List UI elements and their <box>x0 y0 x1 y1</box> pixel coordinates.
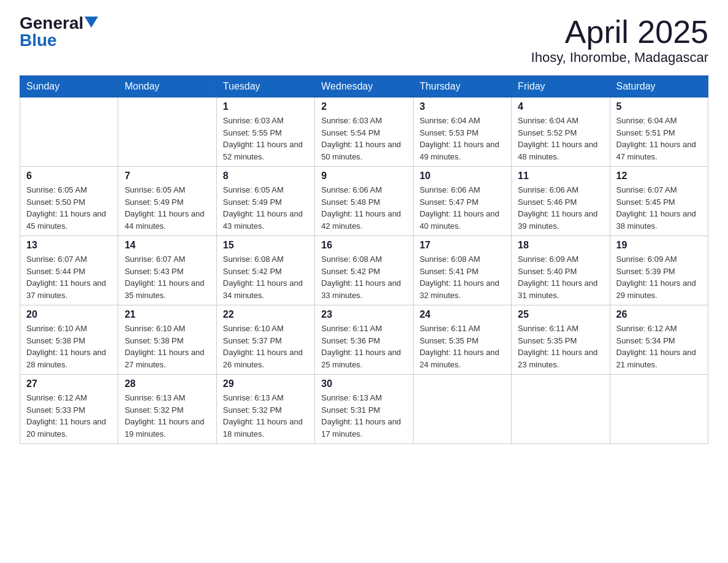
calendar-cell <box>413 375 511 444</box>
calendar-cell: 9Sunrise: 6:06 AMSunset: 5:48 PMDaylight… <box>315 167 413 236</box>
calendar-cell: 11Sunrise: 6:06 AMSunset: 5:46 PMDayligh… <box>512 167 610 236</box>
day-number: 24 <box>420 309 505 320</box>
calendar-cell: 30Sunrise: 6:13 AMSunset: 5:31 PMDayligh… <box>315 375 413 444</box>
calendar-cell: 6Sunrise: 6:05 AMSunset: 5:50 PMDaylight… <box>20 167 118 236</box>
calendar-week-row: 20Sunrise: 6:10 AMSunset: 5:38 PMDayligh… <box>20 305 708 375</box>
calendar-cell: 5Sunrise: 6:04 AMSunset: 5:51 PMDaylight… <box>610 98 708 167</box>
calendar-cell: 19Sunrise: 6:09 AMSunset: 5:39 PMDayligh… <box>610 236 708 305</box>
svg-marker-0 <box>85 17 98 28</box>
calendar-cell: 15Sunrise: 6:08 AMSunset: 5:42 PMDayligh… <box>216 236 314 305</box>
day-number: 3 <box>420 101 505 112</box>
calendar-cell <box>20 98 118 167</box>
calendar-cell <box>118 98 216 167</box>
day-info: Sunrise: 6:08 AMSunset: 5:42 PMDaylight:… <box>321 253 406 301</box>
calendar-cell: 28Sunrise: 6:13 AMSunset: 5:32 PMDayligh… <box>118 375 216 444</box>
day-number: 4 <box>518 101 603 112</box>
day-info: Sunrise: 6:06 AMSunset: 5:47 PMDaylight:… <box>420 184 505 232</box>
day-info: Sunrise: 6:09 AMSunset: 5:40 PMDaylight:… <box>518 253 603 301</box>
day-number: 20 <box>26 309 112 320</box>
day-info: Sunrise: 6:12 AMSunset: 5:34 PMDaylight:… <box>616 323 702 370</box>
page-header: General Blue April 2025 Ihosy, Ihorombe,… <box>20 15 708 66</box>
header-cell-thursday: Thursday <box>413 76 511 98</box>
calendar-cell: 29Sunrise: 6:13 AMSunset: 5:32 PMDayligh… <box>216 375 314 444</box>
calendar-cell: 21Sunrise: 6:10 AMSunset: 5:38 PMDayligh… <box>118 305 216 375</box>
day-number: 29 <box>223 378 308 389</box>
calendar-cell: 17Sunrise: 6:08 AMSunset: 5:41 PMDayligh… <box>413 236 511 305</box>
calendar-cell: 4Sunrise: 6:04 AMSunset: 5:52 PMDaylight… <box>512 98 610 167</box>
day-info: Sunrise: 6:08 AMSunset: 5:42 PMDaylight:… <box>223 253 308 301</box>
header-cell-monday: Monday <box>118 76 216 98</box>
calendar-week-row: 27Sunrise: 6:12 AMSunset: 5:33 PMDayligh… <box>20 375 708 444</box>
day-info: Sunrise: 6:07 AMSunset: 5:43 PMDaylight:… <box>124 253 210 301</box>
day-info: Sunrise: 6:13 AMSunset: 5:32 PMDaylight:… <box>223 392 308 440</box>
day-info: Sunrise: 6:03 AMSunset: 5:54 PMDaylight:… <box>321 115 406 163</box>
logo-triangle-icon <box>85 17 98 28</box>
day-number: 8 <box>223 170 308 182</box>
day-number: 9 <box>321 170 406 182</box>
day-number: 19 <box>616 240 702 251</box>
calendar-week-row: 1Sunrise: 6:03 AMSunset: 5:55 PMDaylight… <box>20 98 708 167</box>
header-cell-friday: Friday <box>512 76 610 98</box>
day-info: Sunrise: 6:10 AMSunset: 5:37 PMDaylight:… <box>223 323 308 370</box>
day-info: Sunrise: 6:07 AMSunset: 5:45 PMDaylight:… <box>616 184 702 232</box>
day-info: Sunrise: 6:10 AMSunset: 5:38 PMDaylight:… <box>124 323 210 370</box>
calendar-cell: 22Sunrise: 6:10 AMSunset: 5:37 PMDayligh… <box>216 305 314 375</box>
day-number: 13 <box>26 240 112 251</box>
title-area: April 2025 Ihosy, Ihorombe, Madagascar <box>531 15 708 66</box>
calendar-cell: 20Sunrise: 6:10 AMSunset: 5:38 PMDayligh… <box>20 305 118 375</box>
day-number: 12 <box>616 170 702 182</box>
day-info: Sunrise: 6:07 AMSunset: 5:44 PMDaylight:… <box>26 253 112 301</box>
calendar-cell: 24Sunrise: 6:11 AMSunset: 5:35 PMDayligh… <box>413 305 511 375</box>
calendar-cell: 14Sunrise: 6:07 AMSunset: 5:43 PMDayligh… <box>118 236 216 305</box>
day-info: Sunrise: 6:05 AMSunset: 5:49 PMDaylight:… <box>223 184 308 232</box>
day-number: 28 <box>124 378 210 389</box>
day-info: Sunrise: 6:03 AMSunset: 5:55 PMDaylight:… <box>223 115 308 163</box>
day-number: 10 <box>420 170 505 182</box>
day-number: 1 <box>223 101 308 112</box>
day-number: 14 <box>124 240 210 251</box>
calendar-week-row: 6Sunrise: 6:05 AMSunset: 5:50 PMDaylight… <box>20 167 708 236</box>
header-cell-wednesday: Wednesday <box>315 76 413 98</box>
calendar-cell: 26Sunrise: 6:12 AMSunset: 5:34 PMDayligh… <box>610 305 708 375</box>
day-number: 2 <box>321 101 406 112</box>
calendar-cell <box>610 375 708 444</box>
day-info: Sunrise: 6:05 AMSunset: 5:49 PMDaylight:… <box>124 184 210 232</box>
day-info: Sunrise: 6:06 AMSunset: 5:48 PMDaylight:… <box>321 184 406 232</box>
day-number: 26 <box>616 309 702 320</box>
day-number: 16 <box>321 240 406 251</box>
day-info: Sunrise: 6:05 AMSunset: 5:50 PMDaylight:… <box>26 184 112 232</box>
day-number: 30 <box>321 378 406 389</box>
day-info: Sunrise: 6:08 AMSunset: 5:41 PMDaylight:… <box>420 253 505 301</box>
calendar-cell: 2Sunrise: 6:03 AMSunset: 5:54 PMDaylight… <box>315 98 413 167</box>
day-number: 11 <box>518 170 603 182</box>
header-cell-saturday: Saturday <box>610 76 708 98</box>
calendar-cell: 16Sunrise: 6:08 AMSunset: 5:42 PMDayligh… <box>315 236 413 305</box>
day-info: Sunrise: 6:04 AMSunset: 5:53 PMDaylight:… <box>420 115 505 163</box>
calendar-cell: 10Sunrise: 6:06 AMSunset: 5:47 PMDayligh… <box>413 167 511 236</box>
calendar-cell: 7Sunrise: 6:05 AMSunset: 5:49 PMDaylight… <box>118 167 216 236</box>
header-cell-sunday: Sunday <box>20 76 118 98</box>
day-number: 25 <box>518 309 603 320</box>
calendar-cell <box>512 375 610 444</box>
header-cell-tuesday: Tuesday <box>216 76 314 98</box>
calendar-cell: 27Sunrise: 6:12 AMSunset: 5:33 PMDayligh… <box>20 375 118 444</box>
day-number: 21 <box>124 309 210 320</box>
calendar-body: 1Sunrise: 6:03 AMSunset: 5:55 PMDaylight… <box>20 98 708 444</box>
day-info: Sunrise: 6:04 AMSunset: 5:52 PMDaylight:… <box>518 115 603 163</box>
day-number: 6 <box>26 170 112 182</box>
logo: General Blue <box>20 15 98 49</box>
day-info: Sunrise: 6:11 AMSunset: 5:36 PMDaylight:… <box>321 323 406 370</box>
calendar-cell: 3Sunrise: 6:04 AMSunset: 5:53 PMDaylight… <box>413 98 511 167</box>
calendar-cell: 8Sunrise: 6:05 AMSunset: 5:49 PMDaylight… <box>216 167 314 236</box>
calendar-cell: 18Sunrise: 6:09 AMSunset: 5:40 PMDayligh… <box>512 236 610 305</box>
calendar-cell: 1Sunrise: 6:03 AMSunset: 5:55 PMDaylight… <box>216 98 314 167</box>
day-number: 15 <box>223 240 308 251</box>
day-info: Sunrise: 6:10 AMSunset: 5:38 PMDaylight:… <box>26 323 112 370</box>
page-title: April 2025 <box>531 15 708 50</box>
page-subtitle: Ihosy, Ihorombe, Madagascar <box>531 50 708 66</box>
day-number: 17 <box>420 240 505 251</box>
calendar-table: SundayMondayTuesdayWednesdayThursdayFrid… <box>20 75 708 444</box>
day-info: Sunrise: 6:13 AMSunset: 5:32 PMDaylight:… <box>124 392 210 440</box>
day-number: 5 <box>616 101 702 112</box>
calendar-cell: 13Sunrise: 6:07 AMSunset: 5:44 PMDayligh… <box>20 236 118 305</box>
